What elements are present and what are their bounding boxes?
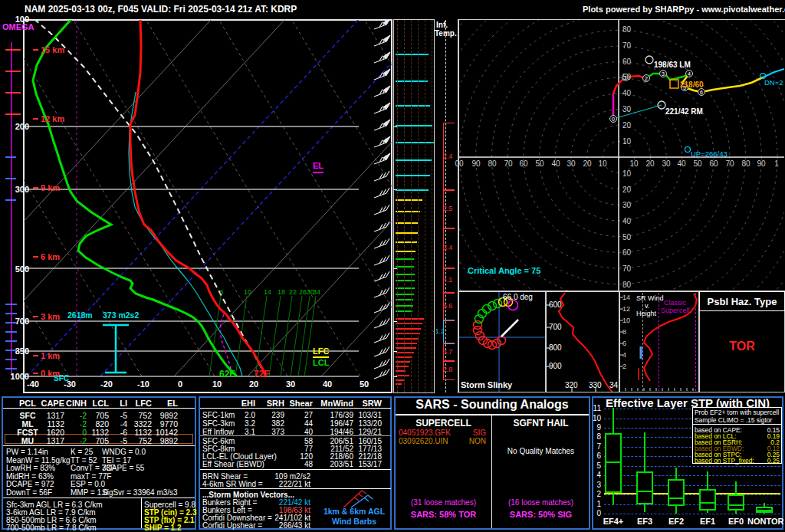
classic-supercell-label-1: Classic — [664, 300, 686, 307]
corfidi-up-marker — [685, 147, 691, 153]
wind-barb-icon — [334, 486, 377, 509]
svg-text:2: 2 — [645, 76, 648, 81]
height-label: 1 km — [41, 352, 60, 360]
hodo-axis-label: 10 — [628, 160, 640, 168]
stp-y-label: 3 — [590, 481, 601, 489]
divider — [200, 488, 391, 489]
stp-median — [605, 461, 622, 463]
thermo-value: PW = 1.14in — [6, 448, 48, 456]
thetae-pressure-label: 800 — [549, 344, 562, 352]
kinematics-header: Shear — [279, 399, 313, 408]
thermo-value: maxT = 77F — [71, 473, 111, 481]
hodo-axis-label: 30 — [565, 160, 577, 168]
wind-speed-bar — [396, 347, 416, 349]
sars-supercell-header: SUPERCELL — [395, 419, 492, 428]
stp-category-label: NONTOR — [747, 517, 781, 526]
strip-grid — [397, 20, 398, 392]
temp-advection-value: 4.1 — [438, 277, 457, 284]
sr-height-label: 12 — [622, 306, 630, 313]
hodo-axis-label: 90 — [755, 160, 767, 168]
wind-barb — [374, 238, 389, 248]
stp-box — [728, 494, 744, 511]
mixing-ratio-label: 10 — [242, 289, 253, 296]
height-label: 0 km — [41, 369, 60, 378]
stp-box — [605, 433, 622, 492]
pressure-label: 100 — [2, 15, 29, 24]
corfidi-dn-label: DN=2 — [764, 79, 783, 87]
wind-barb — [374, 205, 389, 215]
storm-slinky-plot — [459, 292, 545, 392]
sars-match-id: 04051923.GFK — [399, 429, 451, 437]
wind-barb — [374, 86, 390, 97]
surface-dewpoint-label: 62F — [219, 369, 235, 379]
stp-category-label: EF4+ — [596, 517, 630, 526]
stp-legend-label: based on STP_fixed: — [695, 458, 754, 464]
wind-speed-bar — [396, 142, 434, 143]
stp-y-label: 5 — [590, 462, 601, 470]
wind-barb — [374, 333, 389, 343]
bunkers-right-label: 221/42 RM — [665, 108, 703, 116]
parcel-cell: 9892 — [144, 437, 178, 445]
wind-barb — [374, 20, 390, 29]
hodo-axis-label: 10 — [622, 170, 631, 178]
height-label: 15 km — [41, 46, 64, 54]
stp-box — [699, 489, 716, 511]
temp-axis-label: 40 — [316, 380, 339, 389]
wind-speed-bar — [396, 80, 428, 82]
omega-tick-dn — [5, 178, 16, 179]
sars-right-loose: (16 loose matches) — [492, 499, 590, 507]
barb-caption: Wind Barbs — [316, 517, 392, 526]
thermo-value: 3CAPE = 55 — [102, 465, 144, 472]
height-tick — [33, 256, 38, 258]
sars-right-result: SARS: 50% SIG — [492, 511, 590, 519]
stp-median — [699, 502, 716, 504]
sars-match-tag: SIG — [460, 429, 486, 437]
omega-tick-dn — [5, 331, 17, 333]
sr46-label: 4-6km SR Wind = — [202, 481, 263, 488]
temp-axis-label: -10 — [132, 380, 155, 389]
wind-speed-bar — [396, 333, 420, 334]
sr-height-label: 4 — [622, 352, 626, 359]
omega-tick-dn — [5, 322, 17, 323]
strip-grid — [404, 20, 405, 392]
sharppy-sounding-view: NAM 2025-03-13 00z, F045 VALID: Fri 2025… — [0, 0, 785, 532]
temp-advection-bracket — [443, 320, 455, 344]
hodo-axis-label: 20 — [622, 186, 631, 194]
sars-hail-message: No Quality Matches — [492, 448, 590, 455]
mixing-ratio-label: 34 — [311, 289, 322, 296]
svg-text:6: 6 — [700, 90, 703, 95]
temp-axis-label: 30 — [279, 380, 302, 389]
inflow-top-label: 2618m — [67, 311, 93, 320]
thermo-value: MeanW = 11.5g/kg — [6, 457, 70, 465]
parcel-trace — [34, 20, 266, 376]
sr-height-label: 10 — [622, 317, 630, 324]
wind-barb — [374, 255, 389, 265]
hodo-axis-label: 40 — [550, 160, 562, 168]
stp-gridline — [604, 466, 780, 467]
stp-box — [636, 471, 653, 504]
omega-tick-dn — [5, 340, 17, 342]
mixing-ratio-label: 22 — [287, 289, 298, 296]
el-label: EL — [313, 162, 324, 173]
mixing-ratio-label: 6 — [216, 289, 227, 296]
temp-axis-label: 50 — [353, 380, 376, 389]
sr-height-label: 8 — [622, 329, 626, 336]
strip-grid — [411, 20, 412, 392]
sr-height-label: 2 — [622, 363, 626, 370]
height-label: 6 km — [41, 253, 60, 261]
wind-barb — [374, 120, 390, 130]
temp-advection-value: 2.8 — [438, 366, 457, 373]
hodo-axis-label: 50 — [622, 234, 631, 241]
sr-wind-title-3: Height — [636, 310, 656, 317]
pressure-label: 200 — [2, 123, 29, 131]
stp-category-label: EF2 — [659, 517, 693, 526]
pressure-label: 300 — [2, 186, 29, 194]
omega-label: OMEGA — [2, 23, 34, 31]
thermo-value: TEI = 17 — [102, 457, 131, 465]
divider — [141, 498, 142, 528]
hodo-axis-label: 1 — [770, 160, 783, 168]
svg-text:3: 3 — [662, 71, 665, 77]
mixing-ratio-label: 18 — [276, 289, 287, 296]
temp-axis-label: -20 — [95, 380, 118, 389]
height-tick — [33, 355, 38, 356]
